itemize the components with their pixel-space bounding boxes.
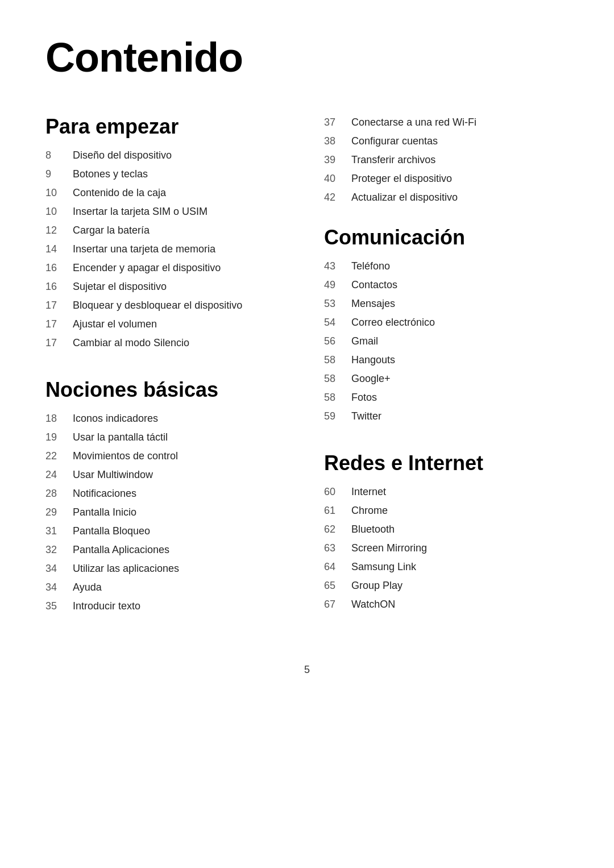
toc-item: 18Iconos indicadores bbox=[45, 411, 290, 426]
toc-num: 65 bbox=[324, 578, 351, 593]
toc-list-para-empezar: 8Diseño del dispositivo 9Botones y tecla… bbox=[45, 148, 290, 351]
toc-text: Teléfono bbox=[351, 259, 390, 274]
toc-text: Proteger el dispositivo bbox=[351, 171, 452, 186]
section-para-empezar: Para empezar 8Diseño del dispositivo 9Bo… bbox=[45, 115, 290, 351]
toc-num: 49 bbox=[324, 277, 351, 293]
toc-num: 16 bbox=[45, 260, 73, 276]
toc-item: 67WatchON bbox=[324, 597, 569, 612]
toc-item: 54Correo electrónico bbox=[324, 315, 569, 330]
toc-num: 24 bbox=[45, 467, 73, 483]
toc-text: Utilizar las aplicaciones bbox=[73, 561, 179, 576]
left-column: Para empezar 8Diseño del dispositivo 9Bo… bbox=[45, 115, 290, 641]
toc-list-nociones-basicas: 18Iconos indicadores 19Usar la pantalla … bbox=[45, 411, 290, 614]
toc-num: 29 bbox=[45, 505, 73, 520]
toc-text: Pantalla Aplicaciones bbox=[73, 542, 169, 558]
toc-item: 38Configurar cuentas bbox=[324, 134, 569, 149]
toc-item: 58Fotos bbox=[324, 390, 569, 405]
section-title-para-empezar: Para empezar bbox=[45, 115, 290, 139]
toc-item: 12Cargar la batería bbox=[45, 223, 290, 238]
section-comunicacion: Comunicación 43Teléfono 49Contactos 53Me… bbox=[324, 226, 569, 424]
section-title-comunicacion: Comunicación bbox=[324, 226, 569, 250]
page-footer: 5 bbox=[45, 664, 569, 676]
toc-num: 63 bbox=[324, 541, 351, 556]
toc-num: 35 bbox=[45, 599, 73, 614]
toc-list-comunicacion: 43Teléfono 49Contactos 53Mensajes 54Corr… bbox=[324, 259, 569, 424]
toc-text: Group Play bbox=[351, 578, 403, 593]
toc-columns: Para empezar 8Diseño del dispositivo 9Bo… bbox=[45, 115, 569, 641]
toc-num: 16 bbox=[45, 279, 73, 294]
toc-item: 56Gmail bbox=[324, 334, 569, 349]
toc-item: 40Proteger el dispositivo bbox=[324, 171, 569, 186]
toc-item: 63Screen Mirroring bbox=[324, 541, 569, 556]
toc-item: 19Usar la pantalla táctil bbox=[45, 430, 290, 445]
toc-num: 19 bbox=[45, 430, 73, 445]
toc-item: 65Group Play bbox=[324, 578, 569, 593]
toc-num: 53 bbox=[324, 296, 351, 312]
toc-num: 37 bbox=[324, 115, 351, 130]
toc-text: Notificaciones bbox=[73, 486, 136, 501]
toc-num: 28 bbox=[45, 486, 73, 501]
section-nociones-basicas: Nociones básicas 18Iconos indicadores 19… bbox=[45, 378, 290, 614]
toc-num: 58 bbox=[324, 390, 351, 405]
toc-num: 54 bbox=[324, 315, 351, 330]
toc-text: Movimientos de control bbox=[73, 448, 178, 464]
toc-num: 34 bbox=[45, 580, 73, 595]
toc-text: Actualizar el dispositivo bbox=[351, 190, 458, 205]
toc-text: Google+ bbox=[351, 371, 391, 387]
toc-text: Encender y apagar el dispositivo bbox=[73, 260, 221, 276]
toc-num: 31 bbox=[45, 524, 73, 539]
toc-num: 59 bbox=[324, 409, 351, 424]
toc-num: 22 bbox=[45, 448, 73, 464]
toc-item: 43Teléfono bbox=[324, 259, 569, 274]
toc-item: 28Notificaciones bbox=[45, 486, 290, 501]
toc-num: 32 bbox=[45, 542, 73, 558]
toc-text: Chrome bbox=[351, 503, 388, 518]
toc-item: 10Insertar la tarjeta SIM o USIM bbox=[45, 204, 290, 219]
toc-item: 32Pantalla Aplicaciones bbox=[45, 542, 290, 558]
toc-text: Configurar cuentas bbox=[351, 134, 438, 149]
toc-text: Contactos bbox=[351, 277, 397, 293]
toc-num: 10 bbox=[45, 204, 73, 219]
toc-text: Screen Mirroring bbox=[351, 541, 427, 556]
toc-num: 58 bbox=[324, 371, 351, 387]
toc-num: 40 bbox=[324, 171, 351, 186]
section-title-nociones-basicas: Nociones básicas bbox=[45, 378, 290, 402]
toc-text: Introducir texto bbox=[73, 599, 140, 614]
toc-text: Insertar una tarjeta de memoria bbox=[73, 242, 215, 257]
toc-item: 10Contenido de la caja bbox=[45, 185, 290, 201]
toc-num: 67 bbox=[324, 597, 351, 612]
toc-text: Pantalla Inicio bbox=[73, 505, 136, 520]
page-number: 5 bbox=[304, 664, 310, 675]
page-title: Contenido bbox=[45, 34, 569, 81]
toc-list-redes-internet: 60Internet 61Chrome 62Bluetooth 63Screen… bbox=[324, 484, 569, 612]
toc-num: 9 bbox=[45, 167, 73, 182]
toc-text: Usar la pantalla táctil bbox=[73, 430, 168, 445]
toc-item: 59Twitter bbox=[324, 409, 569, 424]
toc-text: Ayuda bbox=[73, 580, 102, 595]
toc-text: Sujetar el dispositivo bbox=[73, 279, 167, 294]
toc-text: Mensajes bbox=[351, 296, 395, 312]
section-title-redes-internet: Redes e Internet bbox=[324, 451, 569, 475]
toc-text: Usar Multiwindow bbox=[73, 467, 153, 483]
toc-item: 17Cambiar al modo Silencio bbox=[45, 335, 290, 351]
toc-num: 64 bbox=[324, 559, 351, 575]
toc-text: Twitter bbox=[351, 409, 381, 424]
toc-item: 17Ajustar el volumen bbox=[45, 317, 290, 332]
toc-item: 53Mensajes bbox=[324, 296, 569, 312]
toc-item: 24Usar Multiwindow bbox=[45, 467, 290, 483]
toc-num: 43 bbox=[324, 259, 351, 274]
toc-item: 17Bloquear y desbloquear el dispositivo bbox=[45, 298, 290, 313]
toc-text: Bloquear y desbloquear el dispositivo bbox=[73, 298, 242, 313]
toc-num: 34 bbox=[45, 561, 73, 576]
toc-text: Ajustar el volumen bbox=[73, 317, 157, 332]
toc-num: 38 bbox=[324, 134, 351, 149]
toc-item: 31Pantalla Bloqueo bbox=[45, 524, 290, 539]
toc-text: Fotos bbox=[351, 390, 377, 405]
toc-text: Cargar la batería bbox=[73, 223, 150, 238]
toc-num: 60 bbox=[324, 484, 351, 500]
toc-list-configuracion: 37Conectarse a una red Wi-Fi 38Configura… bbox=[324, 115, 569, 205]
toc-text: Contenido de la caja bbox=[73, 185, 166, 201]
toc-text: Cambiar al modo Silencio bbox=[73, 335, 189, 351]
toc-num: 8 bbox=[45, 148, 73, 163]
toc-item: 9Botones y teclas bbox=[45, 167, 290, 182]
